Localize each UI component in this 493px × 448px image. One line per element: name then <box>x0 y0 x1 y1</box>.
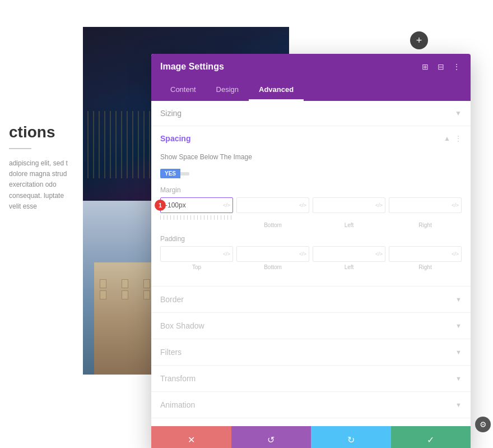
margin-right-unit: </> <box>452 202 459 208</box>
margin-bottom-unit: </> <box>299 202 306 208</box>
margin-left-col: </> <box>313 197 385 213</box>
undo-button[interactable]: ↺ <box>231 426 311 448</box>
left-title: ctions <box>9 123 74 141</box>
box-shadow-label: Box Shadow <box>160 321 204 330</box>
padding-fields-row: </> </> </> </> <box>160 246 462 262</box>
margin-left-input[interactable] <box>313 197 385 213</box>
margin-left-unit: </> <box>375 202 383 208</box>
tab-advanced[interactable]: Advanced <box>249 80 304 101</box>
padding-left-label: Left <box>313 264 385 270</box>
padding-left-unit: </> <box>375 251 383 257</box>
left-divider <box>9 148 31 149</box>
margin-top-input[interactable] <box>160 197 233 213</box>
padding-left-col: </> <box>313 246 385 262</box>
margin-right-input[interactable] <box>389 197 462 213</box>
save-icon: ✓ <box>427 435 434 445</box>
margin-left-label: Left <box>313 222 385 228</box>
sizing-label: Sizing <box>160 109 182 118</box>
margin-bottom-label: Bottom <box>236 222 309 228</box>
spacing-more-icon[interactable]: ⋮ <box>455 135 462 142</box>
border-label: Border <box>160 295 184 304</box>
modal-title: Image Settings <box>160 62 224 72</box>
spacing-body: Show Space Below The Image YES Margin 1 … <box>151 149 471 286</box>
undo-icon: ↺ <box>267 435 275 445</box>
toggle-switch-row: YES <box>160 169 462 178</box>
spacing-label: Spacing <box>160 134 190 143</box>
toggle-row: Show Space Below The Image <box>160 153 462 161</box>
sizing-chevron-icon: ▼ <box>455 109 462 117</box>
show-space-toggle[interactable]: YES <box>160 169 189 178</box>
padding-top-label: Top <box>160 264 233 270</box>
padding-label: Padding <box>160 235 462 243</box>
tab-content[interactable]: Content <box>160 80 206 101</box>
save-button[interactable]: ✓ <box>391 426 471 448</box>
modal-tabs: Content Design Advanced <box>151 80 471 101</box>
padding-right-label: Right <box>389 264 462 270</box>
preview-icon[interactable]: ⊞ <box>420 62 430 72</box>
transform-section[interactable]: Transform ▼ <box>151 366 471 392</box>
margin-field-labels: Bottom Left Right <box>160 222 462 228</box>
margin-slider-ticks <box>160 215 233 220</box>
help-row: ? Help <box>151 418 471 426</box>
padding-bottom-input[interactable] <box>236 246 309 262</box>
padding-right-input[interactable] <box>389 246 462 262</box>
margin-bottom-col: </> <box>236 197 309 213</box>
padding-top-col: </> <box>160 246 233 262</box>
step-badge: 1 <box>155 200 166 211</box>
toggle-no <box>180 172 189 175</box>
spacing-section: Spacing ▲ ⋮ Show Space Below The Image Y… <box>151 126 471 287</box>
padding-left-input[interactable] <box>313 246 385 262</box>
sizing-section[interactable]: Sizing ▼ <box>151 101 471 126</box>
margin-right-label: Right <box>389 222 462 228</box>
margin-right-col: </> <box>389 197 462 213</box>
border-section[interactable]: Border ▼ <box>151 287 471 313</box>
transform-chevron-icon: ▼ <box>455 375 462 382</box>
modal-body: Sizing ▼ Spacing ▲ ⋮ Show Space Below Th… <box>151 101 471 426</box>
filters-chevron-icon: ▼ <box>455 349 462 355</box>
padding-right-unit: </> <box>452 251 459 257</box>
settings-cursor-icon: ⚙ <box>475 417 491 432</box>
cancel-icon: ✕ <box>188 435 195 445</box>
filters-section[interactable]: Filters ▼ <box>151 339 471 366</box>
padding-top-unit: </> <box>223 251 230 257</box>
margin-top-col: 1 </> <box>160 197 233 213</box>
tab-design[interactable]: Design <box>206 80 249 101</box>
padding-bottom-unit: </> <box>299 251 306 257</box>
padding-top-input[interactable] <box>160 246 233 262</box>
margin-top-label <box>160 222 233 228</box>
padding-bottom-label: Bottom <box>236 264 309 270</box>
padding-field-labels: Top Bottom Left Right <box>160 264 462 270</box>
cancel-button[interactable]: ✕ <box>151 426 231 448</box>
modal-header: Image Settings ⊞ ⊟ ⋮ <box>151 54 471 80</box>
padding-right-col: </> <box>389 246 462 262</box>
margin-label: Margin <box>160 186 462 194</box>
modal-header-icons: ⊞ ⊟ ⋮ <box>420 62 462 72</box>
spacing-header-icons: ▲ ⋮ <box>444 135 462 142</box>
margin-bottom-input[interactable] <box>236 197 309 213</box>
add-element-button[interactable]: + <box>410 31 428 49</box>
filters-label: Filters <box>160 348 182 357</box>
margin-top-unit: </> <box>223 202 230 208</box>
modal-footer: ✕ ↺ ↻ ✓ <box>151 426 471 448</box>
transform-label: Transform <box>160 374 196 383</box>
animation-section[interactable]: Animation ▼ <box>151 392 471 418</box>
toggle-label: Show Space Below The Image <box>160 153 252 161</box>
redo-button[interactable]: ↻ <box>311 426 391 448</box>
image-settings-modal: Image Settings ⊞ ⊟ ⋮ Content Design Adva… <box>151 54 471 448</box>
left-body-text: adipiscing elit, sed t dolore magna stru… <box>9 158 74 212</box>
box-shadow-chevron-icon: ▼ <box>455 322 462 329</box>
spacing-chevron-icon[interactable]: ▲ <box>444 135 450 142</box>
redo-icon: ↻ <box>347 435 355 445</box>
more-options-icon[interactable]: ⋮ <box>452 62 462 72</box>
margin-fields-row: 1 </> </> </> </> <box>160 197 462 213</box>
animation-label: Animation <box>160 400 195 409</box>
border-chevron-icon: ▼ <box>455 296 462 303</box>
box-shadow-section[interactable]: Box Shadow ▼ <box>151 313 471 339</box>
spacing-header: Spacing ▲ ⋮ <box>151 126 471 149</box>
columns-icon[interactable]: ⊟ <box>436 62 446 72</box>
toggle-yes: YES <box>160 169 180 178</box>
left-content: ctions adipiscing elit, sed t dolore mag… <box>0 112 83 223</box>
padding-bottom-col: </> <box>236 246 309 262</box>
animation-chevron-icon: ▼ <box>455 401 462 408</box>
